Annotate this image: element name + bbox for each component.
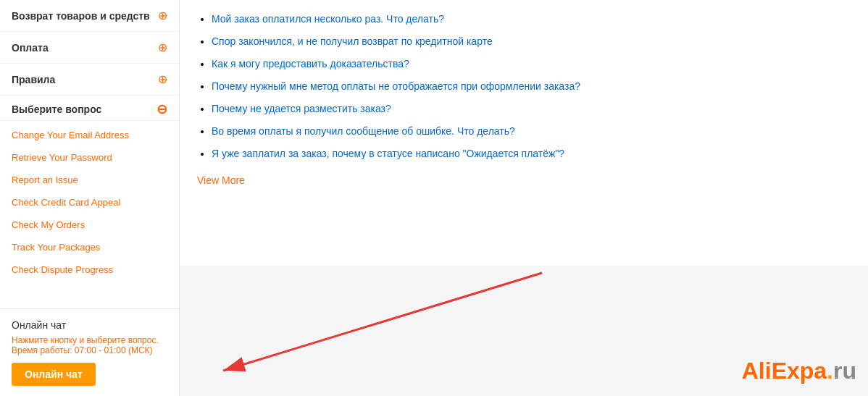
sidebar-menu: Возврат товаров и средств ⊕ Оплата ⊕ Пра… xyxy=(0,0,179,291)
logo-area: AliExpa.ru xyxy=(742,358,856,384)
question-selector-icon: ⊖ xyxy=(157,103,167,116)
logo-dot: . xyxy=(827,358,833,384)
faq-item-1: Мой заказ оплатился несколько раз. Что д… xyxy=(212,12,851,27)
sidebar-link-track-packages[interactable]: Track Your Packages xyxy=(0,236,179,258)
sidebar: Возврат товаров и средств ⊕ Оплата ⊕ Пра… xyxy=(0,0,180,396)
pravila-expand-icon: ⊕ xyxy=(158,72,167,86)
faq-link-2[interactable]: Спор закончился, и не получил возврат по… xyxy=(212,35,493,47)
chat-button[interactable]: Онлайн чат xyxy=(12,363,96,386)
sidebar-section-oplata: Оплата ⊕ xyxy=(0,32,179,64)
faq-link-3[interactable]: Как я могу предоставить доказательства? xyxy=(212,58,409,69)
faq-item-2: Спор закончился, и не получил возврат по… xyxy=(212,34,851,49)
faq-link-1[interactable]: Мой заказ оплатился несколько раз. Что д… xyxy=(212,13,444,25)
question-selector-label: Выберите вопрос xyxy=(12,104,101,115)
view-more-link[interactable]: View More xyxy=(197,174,245,186)
sidebar-link-retrieve-password[interactable]: Retrieve Your Password xyxy=(0,146,179,169)
sidebar-section-vozvrat: Возврат товаров и средств ⊕ xyxy=(0,0,179,32)
sidebar-link-report-issue[interactable]: Report an Issue xyxy=(0,169,179,191)
aliexpa-logo: AliExpa.ru xyxy=(742,358,856,384)
sidebar-link-check-orders[interactable]: Check My Orders xyxy=(0,214,179,236)
faq-item-7: Я уже заплатил за заказ, почему в статус… xyxy=(212,146,851,161)
faq-item-6: Во время оплаты я получил сообщение об о… xyxy=(212,124,851,139)
oplata-expand-icon: ⊕ xyxy=(158,41,167,54)
gray-area: AliExpa.ru xyxy=(180,266,868,396)
svg-line-1 xyxy=(223,273,542,371)
online-chat-desc: Нажмите кнопку и выберите вопрос. Время … xyxy=(12,335,167,355)
faq-link-4[interactable]: Почему нужный мне метод оплаты не отобра… xyxy=(212,80,580,92)
faq-link-5[interactable]: Почему не удается разместить заказ? xyxy=(212,103,391,114)
sidebar-section-vozvrat-header[interactable]: Возврат товаров и средств ⊕ xyxy=(0,0,179,31)
online-chat-title: Онлайн чат xyxy=(12,319,167,331)
sidebar-section-vozvrat-label: Возврат товаров и средств xyxy=(12,10,150,22)
faq-item-4: Почему нужный мне метод оплаты не отобра… xyxy=(212,79,851,94)
logo-ali: Ali xyxy=(742,358,772,384)
sidebar-section-pravila-label: Правила xyxy=(12,74,55,85)
main-content: Мой заказ оплатился несколько раз. Что д… xyxy=(180,0,868,396)
sidebar-section-pravila-header[interactable]: Правила ⊕ xyxy=(0,64,179,95)
faq-item-5: Почему не удается разместить заказ? xyxy=(212,101,851,117)
sidebar-section-oplata-header[interactable]: Оплата ⊕ xyxy=(0,32,179,63)
faq-link-7[interactable]: Я уже заплатил за заказ, почему в статус… xyxy=(212,148,564,159)
sidebar-link-check-credit-card[interactable]: Check Credit Card Appeal xyxy=(0,191,179,214)
question-selector[interactable]: Выберите вопрос ⊖ xyxy=(0,96,179,121)
sidebar-section-oplata-label: Оплата xyxy=(12,42,49,54)
faq-item-3: Как я могу предоставить доказательства? xyxy=(212,56,851,72)
logo-ru: ru xyxy=(833,358,856,384)
sidebar-links: Change Your Email Address Retrieve Your … xyxy=(0,121,179,284)
logo-expa: Expa xyxy=(772,358,827,384)
sidebar-section-pravila: Правила ⊕ xyxy=(0,64,179,96)
vozvrat-expand-icon: ⊕ xyxy=(158,9,167,22)
sidebar-link-change-email[interactable]: Change Your Email Address xyxy=(0,124,179,146)
online-chat-section: Онлайн чат Нажмите кнопку и выберите воп… xyxy=(0,308,179,396)
faq-link-6[interactable]: Во время оплаты я получил сообщение об о… xyxy=(212,125,515,137)
sidebar-link-check-dispute[interactable]: Check Dispute Progress xyxy=(0,258,179,281)
faq-list: Мой заказ оплатился несколько раз. Что д… xyxy=(197,12,851,161)
